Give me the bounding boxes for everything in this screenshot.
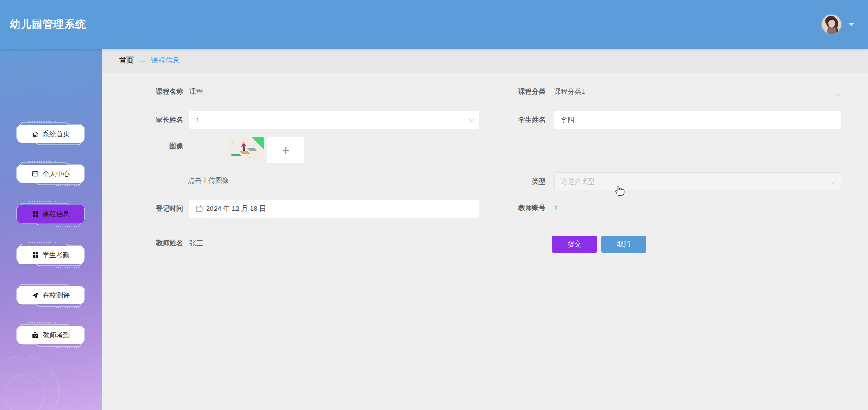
main-content: 首页 — 课程信息 课程名称 课程 课程分类 课程分类1 家长姓名 1 学生姓名…: [102, 49, 868, 410]
plus-icon: +: [282, 143, 290, 158]
student-name-value: 李四: [560, 116, 574, 124]
type-row: 类型 请选择类型: [464, 172, 853, 190]
parent-name-label: 家长姓名: [102, 116, 183, 124]
register-time-label: 登记时间: [102, 205, 183, 213]
home-icon: [32, 131, 39, 137]
teacher-account-label: 教师账号: [464, 204, 545, 212]
teacher-name-label: 教师姓名: [102, 239, 183, 248]
image-label-row: 图像: [102, 142, 183, 151]
type-select[interactable]: 请选择类型: [554, 172, 841, 190]
upload-button[interactable]: +: [267, 137, 304, 163]
student-name-input[interactable]: 李四: [554, 111, 841, 129]
image-label: 图像: [102, 142, 183, 151]
breadcrumb-home[interactable]: 首页: [119, 56, 134, 65]
chevron-down-icon[interactable]: [830, 178, 836, 184]
course-name-label: 课程名称: [102, 88, 183, 96]
sidebar-item-label: 个人中心: [43, 170, 70, 178]
sidebar-item-teacher-attendance[interactable]: 教师考勤: [12, 322, 89, 348]
teacher-name-value: 张三: [189, 239, 203, 248]
sidebar-item-student-attendance[interactable]: 学生考勤: [12, 242, 89, 268]
course-illustration: [227, 137, 264, 160]
student-name-row: 学生姓名 李四: [464, 111, 853, 129]
register-time-datepicker[interactable]: 2024 年 12 月 18 日: [189, 200, 479, 218]
type-label: 类型: [464, 177, 545, 186]
parent-name-select[interactable]: 1: [189, 111, 479, 129]
calendar-icon: [196, 205, 203, 212]
teacher-account-row: 教师账号 1: [464, 204, 853, 212]
sidebar-item-label: 系统首页: [43, 130, 70, 138]
decor-swirl: [5, 374, 45, 410]
app-header: 幼儿园管理系统: [0, 0, 868, 49]
bag-chart-icon: [32, 332, 39, 339]
upload-hint[interactable]: 点击上传图像: [188, 176, 229, 185]
sidebar-item-home[interactable]: 系统首页: [12, 121, 89, 147]
type-placeholder: 请选择类型: [561, 177, 595, 186]
profile-icon: [32, 171, 39, 177]
register-time-row: 登记时间 2024 年 12 月 18 日: [102, 200, 479, 218]
avatar-image: [822, 15, 841, 34]
parent-name-value: 1: [196, 116, 199, 124]
grid-icon: [32, 252, 39, 258]
avatar[interactable]: [822, 15, 841, 34]
sidebar-item-label: 学生考勤: [43, 251, 70, 259]
course-category-label: 课程分类: [464, 88, 545, 96]
teacher-name-row: 教师姓名 张三: [102, 239, 203, 248]
grid-icon: [32, 211, 39, 217]
sidebar-item-label: 教师考勤: [43, 331, 70, 340]
breadcrumb-current[interactable]: 课程信息: [151, 56, 180, 65]
sidebar-item-profile[interactable]: 个人中心: [12, 161, 89, 187]
sidebar: 系统首页 个人中心 课程信息: [0, 49, 102, 410]
course-category-value[interactable]: 课程分类1: [554, 88, 585, 96]
sidebar-item-assessment[interactable]: 在校测评: [12, 282, 89, 308]
sidebar-item-label: 课程信息: [43, 210, 70, 219]
submit-button[interactable]: 提交: [552, 236, 597, 253]
chevron-down-icon[interactable]: [848, 23, 854, 26]
breadcrumb: 首页 — 课程信息: [102, 49, 868, 73]
register-time-value: 2024 年 12 月 18 日: [206, 205, 266, 213]
cancel-button[interactable]: 取消: [601, 236, 646, 253]
parent-name-row: 家长姓名 1: [102, 111, 479, 129]
app-title: 幼儿园管理系统: [10, 17, 86, 31]
chevron-down-icon[interactable]: [835, 91, 841, 97]
uploaded-image-thumbnail[interactable]: [227, 137, 264, 160]
course-category-row: 课程分类 课程分类1: [464, 88, 853, 96]
course-name-value: 课程: [189, 88, 203, 96]
teacher-account-value: 1: [554, 204, 558, 212]
sidebar-item-course-info[interactable]: 课程信息: [12, 201, 89, 227]
breadcrumb-separator: —: [139, 57, 146, 65]
send-icon: [32, 292, 39, 299]
user-menu[interactable]: [822, 15, 854, 34]
student-name-label: 学生姓名: [464, 116, 545, 124]
sidebar-item-label: 在校测评: [43, 291, 70, 300]
course-name-row: 课程名称 课程: [102, 88, 203, 96]
